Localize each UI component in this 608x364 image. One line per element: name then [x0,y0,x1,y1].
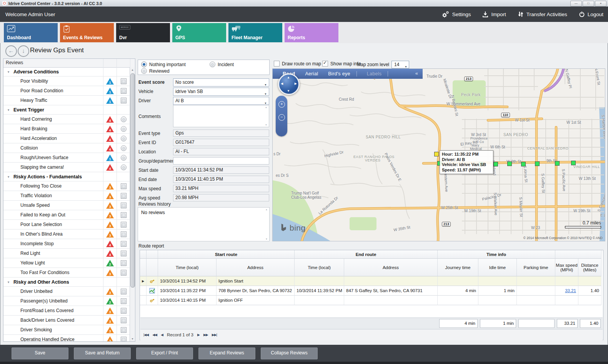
route-point-marker[interactable] [535,161,540,166]
scroll-down-icon[interactable]: ▼ [130,336,135,341]
col-journey-time[interactable]: Journey time [438,259,478,276]
review-checkbox[interactable] [121,88,127,94]
col-idle-time[interactable]: Idle time [478,259,517,276]
logout-button[interactable]: Logout [579,11,603,17]
save-button[interactable]: Save [12,347,68,359]
first-record-icon[interactable]: |◀◀ [143,333,148,337]
table-row[interactable]: ▶ 10/3/2014 11:34:52 PM Ignition Start [140,276,603,286]
map-compass-control[interactable]: ▲ ▼ ◀ ▶ [278,73,300,95]
review-group-row[interactable]: ▾Risky and Other Actions [3,278,130,287]
textarea-scroll-icons[interactable]: ▲▼ [264,106,268,126]
zoom-in-button[interactable]: + [278,101,285,108]
review-item-row[interactable]: Traffic Violation3 [3,191,130,201]
review-checkbox[interactable] [121,212,127,218]
back-button[interactable]: ← [5,45,17,57]
radio-reviewed[interactable]: Reviewed [141,68,170,74]
map-view-labels[interactable]: Labels [367,71,382,76]
import-button[interactable]: Import [482,11,506,17]
radio-incident[interactable]: Incident [210,61,234,67]
scroll-up-icon[interactable]: ▲ [130,67,135,72]
transfer-activities-button[interactable]: Transfer Activities [518,11,567,17]
review-item-row[interactable]: Failed to Keep an Out3 [3,210,130,220]
review-checkbox[interactable] [121,298,127,304]
history-scroll-icons[interactable]: ▲▼ [265,208,268,240]
settings-button[interactable]: Settings [441,11,471,18]
review-group-row[interactable]: ▾Adverse Conditions [3,67,130,76]
review-item-row[interactable]: Incomplete Stop4 [3,239,130,249]
review-group-row[interactable]: ▾Risky Actions - Fundamentals [3,172,130,181]
checkbox-icon[interactable] [274,61,280,66]
review-radio[interactable] [121,165,127,170]
event-score-select[interactable]: No score ▼ [173,78,269,86]
close-button[interactable]: × [595,1,606,7]
last-record-icon[interactable]: ▶▶| [212,333,217,337]
review-checkbox[interactable] [121,251,127,256]
collapse-reviews-button[interactable]: Collapse Reviews [261,347,318,359]
review-checkbox[interactable] [121,260,127,266]
show-map-info-checkbox[interactable]: ✓ Show map info [322,61,361,66]
review-checkbox[interactable] [121,222,127,228]
next-record-icon[interactable]: ▶ [197,333,200,337]
zoom-out-button[interactable]: − [278,114,285,121]
review-checkbox[interactable] [121,241,127,247]
maximize-button[interactable]: □ [583,1,594,7]
review-checkbox[interactable] [121,98,127,103]
review-item-row[interactable]: Front/Road Lens Covered3 [3,306,130,316]
collapse-arrow-icon[interactable]: ▾ [3,108,13,112]
review-checkbox[interactable] [121,231,127,237]
review-radio[interactable] [121,145,127,151]
tab-dvr[interactable]: MERGE Dvr [116,23,170,42]
review-radio[interactable] [121,126,127,132]
radio-nothing-important[interactable]: Nothing important [141,61,186,67]
tab-dashboard[interactable]: Dashboard [4,23,58,42]
review-item-row[interactable]: Collision4 [3,143,130,153]
review-group-row[interactable]: ▾Event Trigger [3,105,130,115]
review-item-row[interactable]: Yellow Light2 [3,258,130,268]
route-start-marker[interactable] [434,152,439,156]
scroll-thumb[interactable] [130,73,135,288]
vehicle-select[interactable]: idrive Van SB ▼ [173,88,269,96]
review-checkbox[interactable] [121,193,127,199]
review-radio[interactable] [121,136,127,141]
col-max-speed[interactable]: Max speed (MPH) [555,259,578,276]
tab-events-reviews[interactable]: Events & Reviews [60,23,114,42]
review-item-row[interactable]: Passenger(s) Unbelted2 [3,296,130,306]
review-item-row[interactable]: Poor Lane Selection3 [3,220,130,229]
collapse-arrow-icon[interactable]: ▾ [3,175,13,179]
review-item-row[interactable]: Heavy Traffic1 [3,96,130,105]
route-point-marker[interactable] [571,161,576,165]
review-item-row[interactable]: Back/Driver Lens Covered3 [3,316,130,325]
comments-input[interactable]: ▲▼ [173,105,269,127]
col-end-address[interactable]: Address [344,259,438,276]
review-item-row[interactable]: Unsafe Speed3 [3,201,130,210]
review-checkbox[interactable] [121,270,127,276]
table-row[interactable]: 10/3/2014 11:40:15 PM Ignition OFF [140,296,603,305]
save-and-return-button[interactable]: Save and Return [74,347,131,359]
review-radio[interactable] [121,116,127,122]
reviews-scrollbar[interactable]: ▲ ▼ [130,67,135,341]
review-item-row[interactable]: Too Fast For Conditions3 [3,268,130,278]
review-item-row[interactable]: Following Too Close3 [3,181,130,191]
review-checkbox[interactable] [121,317,127,323]
col-end-time[interactable]: Time (local) [295,259,344,276]
col-start-address[interactable]: Address [217,259,295,276]
tab-reports[interactable]: Reports [285,23,338,42]
review-item-row[interactable]: Hard Braking4 [3,124,130,134]
col-start-time[interactable]: Time (local) [158,259,217,276]
expand-reviews-button[interactable]: Expand Reviews [198,347,255,359]
review-item-row[interactable]: Red Light4 [3,249,130,258]
next-event-button[interactable]: ↓ [18,45,29,57]
bing-map[interactable]: Road Aerial Bird's eye Labels « ▲ ▼ ◀ ▶ … [272,68,605,241]
review-checkbox[interactable] [121,78,127,84]
radio-icon[interactable] [210,61,215,67]
review-item-row[interactable]: Poor Visibility1 [3,76,130,86]
minimize-button[interactable]: — [570,1,582,7]
review-item-row[interactable]: Slapping the camera!4 [3,163,130,172]
radio-icon[interactable] [141,68,147,74]
fast-next-record-icon[interactable]: ▶▶ [203,333,208,337]
review-item-row[interactable]: Hard Acceleration4 [3,134,130,143]
review-item-row[interactable]: Operating Handled Device3 [3,335,130,341]
map-zoom-select[interactable]: 14 ▼ [391,61,409,68]
review-checkbox[interactable] [121,183,127,189]
group-department-input[interactable] [173,157,269,165]
